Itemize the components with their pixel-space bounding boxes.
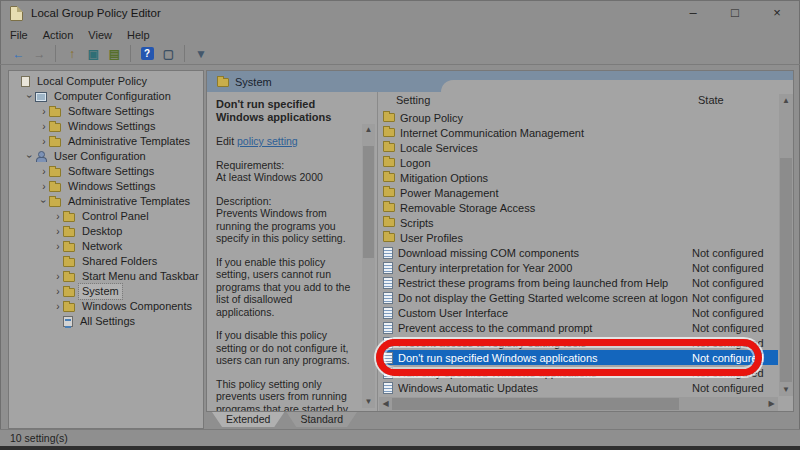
tree-item[interactable]: Control Panel	[9, 209, 203, 224]
filter-icon[interactable]: ▼	[184, 45, 212, 62]
scrollbar-thumb[interactable]	[780, 158, 792, 382]
policy-title: Don't run specified Windows applications	[216, 98, 353, 124]
expander-icon[interactable]	[25, 149, 35, 164]
row-setting-label: Internet Communication Management	[400, 127, 694, 139]
expander-icon[interactable]	[53, 299, 63, 314]
list-vertical-scrollbar[interactable]: ▲ ▼	[779, 94, 793, 396]
toolbar: ←→↑▣▤?▢▼	[0, 43, 800, 65]
expander-icon[interactable]	[39, 164, 49, 179]
tree-item[interactable]: Windows Components	[9, 299, 203, 314]
column-header-state[interactable]: State	[698, 92, 724, 109]
menu-item[interactable]: Action	[43, 29, 83, 41]
list-row[interactable]: Prevent access to registry editing tools…	[379, 335, 778, 350]
tree-item[interactable]: System	[9, 284, 203, 299]
column-header-setting[interactable]: Setting	[396, 92, 430, 109]
up-one-level-icon[interactable]: ↑	[55, 45, 83, 62]
scrollbar-thumb[interactable]	[392, 398, 679, 410]
list-row[interactable]: User Profiles	[379, 230, 778, 245]
export-list-icon[interactable]: ▤	[104, 45, 125, 62]
help-icon[interactable]: ?	[130, 45, 158, 62]
tree-item-label: User Configuration	[51, 149, 149, 164]
menu-item[interactable]: Help	[127, 29, 159, 41]
forward-icon[interactable]: →	[29, 45, 50, 62]
scroll-up-icon[interactable]: ▲	[779, 94, 793, 107]
tree-item[interactable]: User Configuration	[9, 149, 203, 164]
expander-icon[interactable]	[39, 179, 49, 194]
list-row[interactable]: Windows Automatic Updates Not configured	[379, 380, 778, 395]
tree-item[interactable]: Windows Settings	[9, 119, 203, 134]
expander-icon[interactable]	[53, 269, 63, 284]
back-icon[interactable]: ←	[8, 45, 29, 62]
list-row[interactable]: Logon	[379, 155, 778, 170]
list-column-headers: Setting State	[379, 92, 793, 109]
expander-icon[interactable]	[53, 239, 63, 254]
list-row[interactable]: Do not display the Getting Started welco…	[379, 290, 778, 305]
minimize-button[interactable]: –	[672, 0, 714, 26]
show-console-tree-icon[interactable]: ▣	[83, 45, 104, 62]
list-row[interactable]: Prevent access to the command prompt Not…	[379, 320, 778, 335]
list-row[interactable]: Group Policy	[379, 110, 778, 125]
row-icon	[383, 277, 393, 289]
list-row[interactable]: Restrict these programs from being launc…	[379, 275, 778, 290]
tree-item[interactable]: Software Settings	[9, 104, 203, 119]
list-horizontal-scrollbar[interactable]: ◀ ▶	[379, 397, 778, 411]
status-bar: 10 setting(s)	[0, 429, 800, 446]
expander-icon[interactable]	[39, 104, 49, 119]
edit-policy-setting-link[interactable]: policy setting	[237, 135, 298, 147]
scroll-down-icon[interactable]: ▼	[362, 396, 375, 408]
tab[interactable]: Standard	[286, 412, 357, 427]
scroll-down-icon[interactable]: ▼	[779, 383, 793, 396]
list-row[interactable]: Run only specified Windows applications …	[379, 365, 778, 380]
tree-item-label: Shared Folders	[79, 254, 160, 269]
expander-icon[interactable]	[25, 89, 35, 104]
expander-icon[interactable]	[39, 119, 49, 134]
scroll-up-icon[interactable]: ▲	[362, 124, 375, 136]
row-setting-label: Prevent access to registry editing tools	[398, 337, 692, 349]
list-row[interactable]: Mitigation Options	[379, 170, 778, 185]
scrollbar-thumb[interactable]	[363, 146, 374, 258]
tree-item[interactable]: Network	[9, 239, 203, 254]
tree-item[interactable]: Computer Configuration	[9, 89, 203, 104]
scroll-right-icon[interactable]: ▶	[765, 397, 778, 411]
tab[interactable]: Extended	[212, 412, 284, 427]
tree-item-label: Local Computer Policy	[34, 74, 150, 89]
tree-item[interactable]: All Settings	[9, 314, 203, 329]
tree-item[interactable]: Software Settings	[9, 164, 203, 179]
gpedit-app-icon	[10, 6, 23, 21]
list-row[interactable]: Century interpretation for Year 2000 Not…	[379, 260, 778, 275]
list-row[interactable]: Locale Services	[379, 140, 778, 155]
expander-icon[interactable]	[53, 209, 63, 224]
list-row[interactable]: Don't run specified Windows applications…	[379, 350, 778, 365]
expander-icon[interactable]	[53, 224, 63, 239]
tree-item[interactable]: Start Menu and Taskbar	[9, 269, 203, 284]
expander-icon[interactable]	[39, 134, 49, 149]
settings-rows: Group Policy Internet Communication Mana…	[379, 110, 778, 396]
list-row[interactable]: Download missing COM components Not conf…	[379, 245, 778, 260]
menu-item[interactable]: File	[10, 29, 37, 41]
tree-item[interactable]: Desktop	[9, 224, 203, 239]
menu-item[interactable]: View	[88, 29, 121, 41]
description-scrollbar[interactable]: ▲ ▼	[362, 124, 375, 408]
list-row[interactable]: Internet Communication Management	[379, 125, 778, 140]
window-icon[interactable]: ▢	[158, 45, 179, 62]
requirements-block: Requirements: At least Windows 2000	[216, 159, 353, 184]
list-row[interactable]: Custom User Interface Not configured	[379, 305, 778, 320]
maximize-button[interactable]: □	[714, 0, 756, 26]
expander-icon[interactable]	[39, 194, 49, 209]
tree-item[interactable]: Local Computer Policy	[9, 74, 203, 89]
list-row[interactable]: Removable Storage Access	[379, 200, 778, 215]
tree-item-icon	[49, 108, 61, 117]
tree-item[interactable]: Administrative Templates	[9, 194, 203, 209]
tree-item[interactable]: Windows Settings	[9, 179, 203, 194]
scroll-left-icon[interactable]: ◀	[379, 397, 392, 411]
row-icon	[383, 113, 395, 122]
expander-icon[interactable]	[53, 284, 63, 299]
list-row[interactable]: Scripts	[379, 215, 778, 230]
tree-item[interactable]: Shared Folders	[9, 254, 203, 269]
tree-item[interactable]: Administrative Templates	[9, 134, 203, 149]
close-button[interactable]: ×	[756, 0, 798, 26]
row-state: Not configured	[692, 337, 764, 349]
row-icon	[383, 382, 393, 394]
list-row[interactable]: Power Management	[379, 185, 778, 200]
row-icon	[383, 233, 395, 242]
